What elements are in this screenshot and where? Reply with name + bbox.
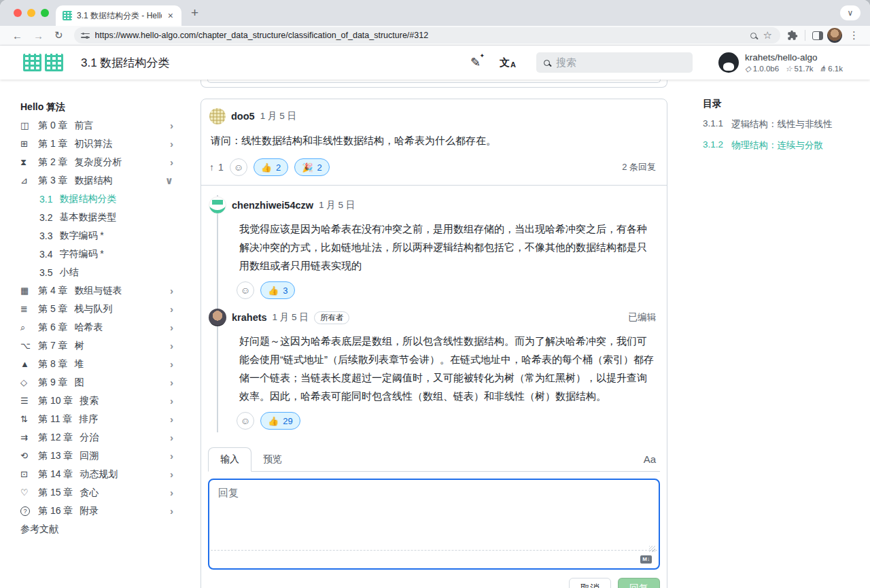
comment-author[interactable]: doo5 [231, 111, 255, 122]
toolbar-right: ⋮ [786, 28, 863, 43]
tab-preview[interactable]: 预览 [251, 448, 294, 471]
sidebar-item-ch15[interactable]: ♡第 15 章贪心› [20, 483, 173, 502]
sidebar-item-ch11[interactable]: ⇅第 11 章排序› [20, 410, 173, 428]
forward-icon[interactable]: → [28, 30, 49, 41]
sidebar-item-3-4[interactable]: 3.4字符编码 * [20, 245, 173, 263]
text-format-icon[interactable]: Aa [644, 453, 660, 465]
tree-icon: ⌥ [20, 341, 38, 351]
extensions-icon[interactable] [787, 30, 798, 41]
bookmark-star-icon[interactable]: ☆ [762, 29, 773, 41]
fork-icon: ⋔ [820, 64, 826, 73]
add-reaction-button[interactable]: ☺ [230, 158, 247, 176]
cancel-button[interactable]: 取消 [569, 578, 611, 588]
chevron-right-icon: › [170, 322, 173, 333]
reaction-chip-thumbsup[interactable]: 👍 2 [254, 158, 288, 176]
sidebar-item-ch1[interactable]: ⊞第 1 章初识算法› [20, 135, 173, 153]
sidebar-item-ch13[interactable]: ⟲第 13 章回溯› [20, 447, 173, 465]
reply-author[interactable]: krahets [232, 312, 267, 323]
avatar[interactable] [209, 196, 226, 214]
address-bar[interactable]: https://www.hello-algo.com/chapter_data_… [74, 27, 780, 44]
reaction-count: 2 [317, 162, 322, 173]
sidebar-item-ch9[interactable]: ◇第 9 章图› [20, 373, 173, 392]
close-window-button[interactable] [14, 9, 22, 17]
search-input[interactable]: 搜索 [536, 52, 693, 73]
upvote-button[interactable]: ↑ 1 [209, 162, 224, 173]
add-reaction-button[interactable]: ☺ [237, 281, 254, 299]
fullscreen-window-button[interactable] [41, 9, 49, 17]
sidebar-item-3-1[interactable]: 3.1数据结构分类 [20, 190, 173, 208]
upvote-arrow-icon: ↑ [209, 162, 214, 173]
browser-toolbar: ← → ↻ https://www.hello-algo.com/chapter… [0, 26, 870, 46]
chevron-right-icon: › [170, 358, 173, 370]
side-panel-icon[interactable] [812, 31, 823, 40]
repo-forks: 6.1k [828, 65, 843, 73]
sidebar-item-ch2[interactable]: ⧗第 2 章复杂度分析› [20, 153, 173, 171]
tab-close-icon[interactable]: × [167, 10, 175, 21]
chevron-right-icon: › [170, 432, 173, 443]
reload-icon[interactable]: ↻ [49, 29, 69, 41]
browser-tab[interactable]: 3.1 数据结构分类 - Hello 算法 × [56, 5, 181, 26]
minimize-window-button[interactable] [27, 9, 35, 17]
chevron-right-icon: › [170, 138, 173, 150]
sidebar-item-ch0[interactable]: ◫第 0 章前言› [20, 116, 173, 135]
sort-icon: ⇅ [20, 414, 38, 424]
textarea-footer: M↓ [211, 550, 657, 568]
resize-gripper[interactable] [649, 546, 655, 552]
new-tab-button[interactable]: + [191, 5, 198, 20]
sidebar-item-ch8[interactable]: ▲第 8 章堆› [20, 355, 173, 373]
sidebar-item-ch14[interactable]: ⊡第 14 章动态规划› [20, 465, 173, 483]
reaction-chip-thumbsup[interactable]: 👍 29 [260, 412, 300, 430]
sidebar-item-3-5[interactable]: 3.5小结 [20, 263, 173, 281]
url-text[interactable]: https://www.hello-algo.com/chapter_data_… [95, 31, 745, 40]
tab-overflow-button[interactable]: ∨ [840, 5, 860, 20]
toc-item-311[interactable]: 3.1.1 逻辑结构：线性与非线性 [703, 118, 870, 131]
repo-version: 1.0.0b6 [753, 65, 779, 73]
reply: chenzhiwei54czw 1 月 5 日 我觉得应该是因为哈希表在没有冲突… [201, 196, 656, 299]
add-reaction-button[interactable]: ☺ [237, 412, 254, 430]
chevron-right-icon: › [170, 487, 173, 498]
avatar[interactable] [209, 309, 226, 326]
reaction-chip-party[interactable]: 🎉 2 [294, 158, 329, 176]
hash-search-icon: ⌕ [20, 322, 38, 333]
sidebar-item-ch16[interactable]: ?第 16 章附录› [20, 502, 173, 520]
owner-badge: 所有者 [314, 311, 350, 324]
sidebar-item-ch5[interactable]: ≣第 5 章栈与队列› [20, 300, 173, 318]
sidebar-item-3-2[interactable]: 3.2基本数据类型 [20, 208, 173, 226]
github-repo-link[interactable]: krahets/hello-algo ◇1.0.0b6 ☆51.7k ⋔6.1k [718, 52, 843, 73]
sidebar-item-ch4[interactable]: ▦第 4 章数组与链表› [20, 281, 173, 300]
book-icon: ◫ [20, 120, 38, 131]
tag-icon: ◇ [745, 64, 751, 73]
sidebar-item-ch3[interactable]: ⊿第 3 章数据结构∨ [20, 171, 173, 190]
thumbsup-emoji: 👍 [268, 416, 279, 426]
hello-algo-logo[interactable] [23, 54, 63, 71]
back-icon[interactable]: ← [7, 30, 28, 41]
replies-list: chenzhiwei54czw 1 月 5 日 我觉得应该是因为哈希表在没有冲突… [201, 185, 667, 442]
sidebar-nav: Hello 算法 ◫第 0 章前言› ⊞第 1 章初识算法› ⧗第 2 章复杂度… [0, 80, 192, 588]
sidebar-item-references[interactable]: 参考文献 [20, 520, 192, 538]
zoom-page-icon[interactable] [750, 33, 756, 39]
reaction-count: 3 [283, 286, 288, 296]
browser-menu-icon[interactable]: ⋮ [846, 29, 862, 41]
sidebar-item-ch6[interactable]: ⌕第 6 章哈希表› [20, 318, 173, 336]
page-title: 3.1 数据结构分类 [81, 55, 169, 71]
site-settings-icon[interactable] [81, 33, 90, 39]
sidebar-item-ch12[interactable]: ⇉第 12 章分治› [20, 428, 173, 447]
avatar[interactable] [209, 108, 226, 124]
sidebar-item-3-3[interactable]: 3.3数字编码 * [20, 226, 173, 245]
toc-item-312[interactable]: 3.1.2 物理结构：连续与分散 [703, 139, 870, 152]
sidebar-item-ch7[interactable]: ⌥第 7 章树› [20, 336, 173, 355]
tab-write[interactable]: 输入 [208, 447, 251, 472]
translate-icon[interactable]: 文 A [500, 56, 516, 69]
sidebar-item-ch10[interactable]: ☰第 10 章搜索› [20, 392, 173, 410]
comment-date: 1 月 5 日 [260, 110, 296, 122]
reply-textarea[interactable]: 回复 M↓ [208, 479, 660, 570]
chevron-right-icon: › [170, 413, 173, 425]
theme-toggle-icon[interactable]: ✎✦ [470, 55, 481, 70]
profile-avatar[interactable] [827, 28, 842, 43]
divide-conquer-icon: ⇉ [20, 432, 38, 443]
repo-name: krahets/hello-algo [745, 52, 843, 63]
reply-submit-button[interactable]: 回复 [618, 578, 660, 588]
reply-author[interactable]: chenzhiwei54czw [232, 200, 313, 211]
search-icon [544, 60, 550, 66]
reaction-chip-thumbsup[interactable]: 👍 3 [260, 281, 295, 299]
